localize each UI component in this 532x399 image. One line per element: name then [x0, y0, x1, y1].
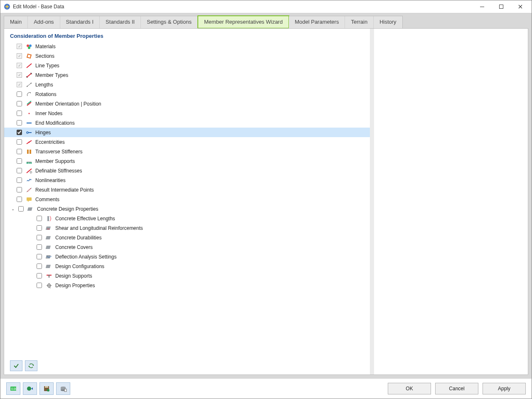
- item-checkbox[interactable]: [37, 216, 42, 221]
- titlebar: Edit Model - Base Data: [0, 0, 532, 13]
- save-settings-button[interactable]: [39, 382, 54, 395]
- svg-rect-65: [64, 389, 66, 392]
- locked-checkbox: ✓: [17, 72, 22, 78]
- item-checkbox[interactable]: [17, 197, 22, 202]
- svg-point-5: [27, 44, 29, 47]
- svg-point-41: [47, 229, 48, 229]
- item-checkbox[interactable]: [37, 244, 42, 250]
- tab-history[interactable]: History: [374, 16, 402, 28]
- item-label: Member Types: [35, 72, 68, 78]
- svg-point-35: [30, 188, 31, 189]
- item-checkbox[interactable]: [17, 139, 22, 145]
- item-checkbox[interactable]: [17, 168, 22, 173]
- tree-item-hinges[interactable]: Hinges: [4, 128, 370, 137]
- tree-item-rotations[interactable]: Rotations: [4, 89, 370, 99]
- svg-rect-26: [27, 162, 28, 164]
- item-checkbox[interactable]: [37, 235, 42, 240]
- item-checkbox[interactable]: [17, 187, 22, 192]
- tab-strip: MainAdd-onsStandards IStandards IISettin…: [4, 16, 403, 28]
- item-checkbox[interactable]: [37, 264, 42, 269]
- database-button[interactable]: [56, 382, 70, 395]
- item-checkbox[interactable]: [18, 206, 24, 212]
- svg-rect-43: [46, 236, 51, 239]
- item-checkbox[interactable]: [17, 158, 22, 164]
- tree-item-shear-and-longitudinal-reinforcements[interactable]: Shear and Longitudinal Reinforcements: [4, 223, 370, 233]
- item-checkbox[interactable]: [37, 273, 42, 278]
- item-checkbox[interactable]: [17, 177, 22, 183]
- svg-line-11: [27, 73, 32, 77]
- property-tree[interactable]: ✓Materials✓Sections✓Line Types✓Member Ty…: [4, 42, 370, 374]
- item-checkbox[interactable]: [17, 130, 22, 135]
- item-label: Design Configurations: [55, 264, 104, 269]
- tab-standards-i[interactable]: Standards I: [60, 16, 100, 28]
- svg-rect-28: [30, 162, 32, 164]
- tab-main[interactable]: Main: [4, 16, 28, 28]
- maximize-button[interactable]: [492, 0, 511, 13]
- close-button[interactable]: [511, 0, 530, 13]
- tree-item-concrete-durabilities[interactable]: Concrete Durabilities: [4, 233, 370, 242]
- tree-item-line-types[interactable]: ✓Line Types: [4, 61, 370, 70]
- item-label: Sections: [35, 53, 54, 59]
- expand-toggle[interactable]: ⌄: [9, 207, 17, 211]
- tree-item-eccentricities[interactable]: Eccentricities: [4, 137, 370, 147]
- item-checkbox[interactable]: [17, 101, 22, 106]
- svg-rect-44: [46, 246, 51, 249]
- minimize-button[interactable]: [473, 0, 492, 13]
- ok-button[interactable]: OK: [388, 383, 431, 394]
- footer: 0.00 OK Cancel Apply: [0, 378, 532, 399]
- item-checkbox[interactable]: [37, 254, 42, 259]
- tree-item-materials[interactable]: ✓Materials: [4, 42, 370, 51]
- tree-item-end-modifications[interactable]: End Modifications: [4, 118, 370, 128]
- item-label: Inner Nodes: [35, 111, 62, 116]
- tab-model-parameters[interactable]: Model Parameters: [289, 16, 345, 28]
- tree-item-member-orientation-position[interactable]: Member Orientation | Position: [4, 99, 370, 108]
- tab-add-ons[interactable]: Add-ons: [28, 16, 60, 28]
- tree-item-concrete-effective-lengths[interactable]: Concrete Effective Lengths: [4, 214, 370, 223]
- tree-item-transverse-stiffeners[interactable]: Transverse Stiffeners: [4, 147, 370, 156]
- tree-item-concrete-design-properties[interactable]: ⌄Concrete Design Properties: [4, 204, 370, 214]
- item-label: Design Properties: [55, 283, 95, 288]
- stiffness-icon: D: [25, 167, 33, 174]
- svg-point-34: [29, 190, 30, 190]
- tree-item-sections[interactable]: ✓Sections: [4, 51, 370, 61]
- svg-marker-37: [28, 201, 29, 202]
- reset-selection-button[interactable]: [25, 360, 37, 371]
- tree-item-result-intermediate-points[interactable]: Result Intermediate Points: [4, 185, 370, 195]
- tree-item-nonlinearities[interactable]: Nonlinearities: [4, 175, 370, 185]
- check-all-button[interactable]: [10, 360, 22, 371]
- tree-item-lengths[interactable]: ✓Lengths: [4, 80, 370, 89]
- item-checkbox[interactable]: [37, 225, 42, 231]
- cancel-button[interactable]: Cancel: [435, 383, 478, 394]
- tree-item-deflection-analysis-settings[interactable]: Deflection Analysis Settings: [4, 252, 370, 261]
- tree-item-member-supports[interactable]: Member Supports: [4, 156, 370, 166]
- item-checkbox[interactable]: [17, 111, 22, 116]
- tree-item-comments[interactable]: Comments: [4, 195, 370, 204]
- units-button[interactable]: 0.00: [6, 382, 20, 395]
- tree-item-design-supports[interactable]: Design Supports: [4, 271, 370, 281]
- tab-terrain[interactable]: Terrain: [345, 16, 374, 28]
- apply-button[interactable]: Apply: [483, 383, 526, 394]
- svg-point-23: [29, 141, 30, 143]
- tab-settings-options[interactable]: Settings & Options: [141, 16, 198, 28]
- export-button[interactable]: [23, 382, 37, 395]
- tree-item-design-configurations[interactable]: Design Configurations: [4, 261, 370, 271]
- svg-point-18: [29, 113, 30, 114]
- item-checkbox[interactable]: [37, 283, 42, 288]
- svg-line-10: [27, 64, 32, 68]
- tree-item-concrete-covers[interactable]: Concrete Covers: [4, 242, 370, 252]
- tree-item-inner-nodes[interactable]: Inner Nodes: [4, 108, 370, 118]
- locked-checkbox: ✓: [17, 82, 22, 87]
- tab-standards-ii[interactable]: Standards II: [100, 16, 141, 28]
- dialog-body: MainAdd-onsStandards IStandards IISettin…: [0, 13, 532, 378]
- svg-rect-19: [27, 122, 32, 124]
- item-checkbox[interactable]: [17, 91, 22, 97]
- item-checkbox[interactable]: [17, 149, 22, 154]
- svg-rect-46: [46, 265, 51, 268]
- tree-item-member-types[interactable]: ✓Member Types: [4, 70, 370, 80]
- tab-member-representatives-wizard[interactable]: Member Representatives Wizard: [197, 15, 289, 29]
- item-checkbox[interactable]: [17, 120, 22, 126]
- tree-item-design-properties[interactable]: IDesign Properties: [4, 281, 370, 290]
- rotations-icon: [25, 91, 33, 98]
- tree-item-definable-stiffnesses[interactable]: DDefinable Stiffnesses: [4, 166, 370, 175]
- item-label: Concrete Covers: [55, 244, 93, 250]
